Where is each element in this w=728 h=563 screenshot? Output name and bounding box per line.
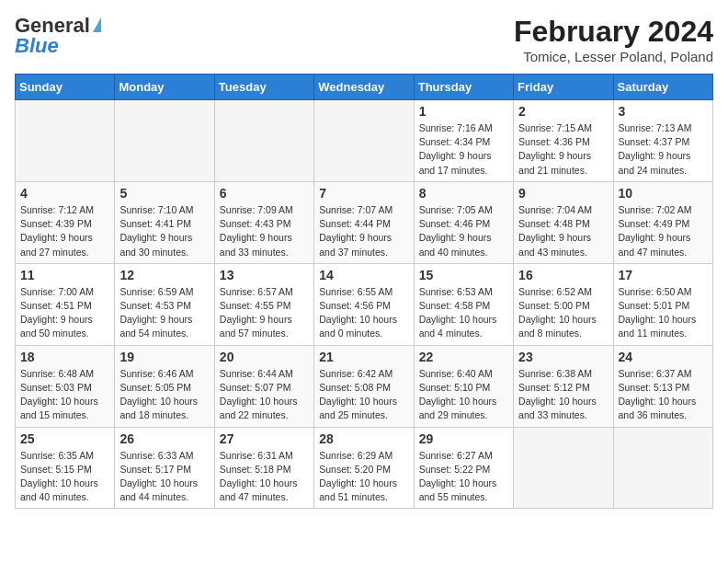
day-info: Sunrise: 6:27 AMSunset: 5:22 PMDaylight:…: [419, 449, 508, 505]
day-info: Sunrise: 6:37 AMSunset: 5:13 PMDaylight:…: [619, 367, 708, 423]
calendar-cell: 14Sunrise: 6:55 AMSunset: 4:56 PMDayligh…: [314, 263, 414, 345]
calendar-cell: [16, 100, 115, 182]
logo-blue-text: Blue: [15, 35, 59, 57]
logo: General Blue: [15, 15, 101, 57]
day-info: Sunrise: 6:31 AMSunset: 5:18 PMDaylight:…: [220, 449, 309, 505]
calendar-cell: 24Sunrise: 6:37 AMSunset: 5:13 PMDayligh…: [613, 345, 712, 427]
day-info: Sunrise: 7:04 AMSunset: 4:48 PMDaylight:…: [518, 203, 608, 259]
calendar-cell: 11Sunrise: 7:00 AMSunset: 4:51 PMDayligh…: [16, 263, 115, 345]
day-info: Sunrise: 6:57 AMSunset: 4:55 PMDaylight:…: [220, 285, 309, 341]
day-info: Sunrise: 6:38 AMSunset: 5:12 PMDaylight:…: [518, 367, 608, 423]
day-number: 10: [619, 186, 708, 201]
day-number: 3: [619, 104, 708, 119]
day-info: Sunrise: 6:59 AMSunset: 4:53 PMDaylight:…: [119, 285, 209, 341]
day-number: 9: [518, 186, 608, 201]
day-number: 21: [319, 350, 408, 364]
calendar-week-row: 18Sunrise: 6:48 AMSunset: 5:03 PMDayligh…: [16, 345, 713, 427]
day-number: 29: [419, 431, 508, 446]
day-number: 7: [319, 186, 408, 201]
day-number: 24: [619, 350, 708, 364]
calendar-table: SundayMondayTuesdayWednesdayThursdayFrid…: [15, 74, 713, 509]
day-number: 5: [119, 186, 209, 201]
day-number: 25: [20, 431, 109, 446]
day-number: 16: [518, 268, 608, 282]
calendar-cell: 21Sunrise: 6:42 AMSunset: 5:08 PMDayligh…: [314, 345, 414, 427]
day-number: 2: [518, 104, 608, 119]
title-area: February 2024 Tomice, Lesser Poland, Pol…: [514, 15, 713, 64]
day-info: Sunrise: 6:29 AMSunset: 5:20 PMDaylight:…: [319, 449, 408, 505]
day-info: Sunrise: 6:42 AMSunset: 5:08 PMDaylight:…: [319, 367, 408, 423]
day-info: Sunrise: 6:48 AMSunset: 5:03 PMDaylight:…: [20, 367, 109, 423]
day-info: Sunrise: 6:35 AMSunset: 5:15 PMDaylight:…: [20, 449, 109, 505]
month-title: February 2024: [514, 15, 713, 49]
calendar-cell: [214, 100, 313, 182]
calendar-cell: 7Sunrise: 7:07 AMSunset: 4:44 PMDaylight…: [314, 181, 414, 263]
calendar-cell: 13Sunrise: 6:57 AMSunset: 4:55 PMDayligh…: [214, 263, 313, 345]
day-info: Sunrise: 7:02 AMSunset: 4:49 PMDaylight:…: [619, 203, 708, 259]
day-number: 17: [619, 268, 708, 282]
day-number: 28: [319, 431, 408, 446]
day-info: Sunrise: 6:46 AMSunset: 5:05 PMDaylight:…: [119, 367, 209, 423]
calendar-cell: [115, 100, 214, 182]
day-number: 11: [20, 268, 109, 282]
day-info: Sunrise: 7:07 AMSunset: 4:44 PMDaylight:…: [319, 203, 408, 259]
day-number: 18: [20, 350, 109, 364]
day-info: Sunrise: 7:16 AMSunset: 4:34 PMDaylight:…: [419, 121, 508, 178]
calendar-cell: 20Sunrise: 6:44 AMSunset: 5:07 PMDayligh…: [214, 345, 313, 427]
calendar-cell: [514, 427, 613, 509]
calendar-cell: 16Sunrise: 6:52 AMSunset: 5:00 PMDayligh…: [514, 263, 613, 345]
calendar-header: SundayMondayTuesdayWednesdayThursdayFrid…: [16, 75, 713, 100]
day-number: 1: [419, 104, 508, 119]
day-info: Sunrise: 6:33 AMSunset: 5:17 PMDaylight:…: [119, 449, 209, 505]
day-number: 20: [220, 350, 309, 364]
page-header: General Blue February 2024 Tomice, Lesse…: [15, 15, 713, 64]
day-info: Sunrise: 6:52 AMSunset: 5:00 PMDaylight:…: [518, 285, 608, 341]
day-info: Sunrise: 7:10 AMSunset: 4:41 PMDaylight:…: [119, 203, 209, 259]
calendar-cell: 12Sunrise: 6:59 AMSunset: 4:53 PMDayligh…: [115, 263, 214, 345]
calendar-cell: 22Sunrise: 6:40 AMSunset: 5:10 PMDayligh…: [414, 345, 513, 427]
calendar-week-row: 11Sunrise: 7:00 AMSunset: 4:51 PMDayligh…: [16, 263, 713, 345]
day-number: 27: [220, 431, 309, 446]
day-number: 23: [518, 350, 608, 364]
calendar-cell: 28Sunrise: 6:29 AMSunset: 5:20 PMDayligh…: [314, 427, 414, 509]
calendar-cell: 19Sunrise: 6:46 AMSunset: 5:05 PMDayligh…: [115, 345, 214, 427]
day-info: Sunrise: 6:40 AMSunset: 5:10 PMDaylight:…: [419, 367, 508, 423]
day-info: Sunrise: 7:09 AMSunset: 4:43 PMDaylight:…: [220, 203, 309, 259]
calendar-cell: 9Sunrise: 7:04 AMSunset: 4:48 PMDaylight…: [514, 181, 613, 263]
calendar-cell: 2Sunrise: 7:15 AMSunset: 4:36 PMDaylight…: [514, 100, 613, 182]
day-number: 4: [20, 186, 109, 201]
calendar-cell: 27Sunrise: 6:31 AMSunset: 5:18 PMDayligh…: [214, 427, 313, 509]
weekday-header: Wednesday: [314, 75, 414, 100]
day-info: Sunrise: 7:00 AMSunset: 4:51 PMDaylight:…: [20, 285, 109, 341]
calendar-cell: 29Sunrise: 6:27 AMSunset: 5:22 PMDayligh…: [414, 427, 513, 509]
day-number: 14: [319, 268, 408, 282]
weekday-header: Thursday: [414, 75, 513, 100]
day-info: Sunrise: 7:15 AMSunset: 4:36 PMDaylight:…: [518, 121, 608, 178]
day-number: 22: [419, 350, 508, 364]
calendar-cell: 18Sunrise: 6:48 AMSunset: 5:03 PMDayligh…: [16, 345, 115, 427]
calendar-cell: 4Sunrise: 7:12 AMSunset: 4:39 PMDaylight…: [16, 181, 115, 263]
weekday-header: Saturday: [613, 75, 712, 100]
day-number: 26: [119, 431, 209, 446]
calendar-cell: 3Sunrise: 7:13 AMSunset: 4:37 PMDaylight…: [613, 100, 712, 182]
logo-triangle-icon: [93, 17, 101, 32]
calendar-cell: 25Sunrise: 6:35 AMSunset: 5:15 PMDayligh…: [16, 427, 115, 509]
day-info: Sunrise: 6:44 AMSunset: 5:07 PMDaylight:…: [220, 367, 309, 423]
calendar-cell: 26Sunrise: 6:33 AMSunset: 5:17 PMDayligh…: [115, 427, 214, 509]
calendar-cell: 5Sunrise: 7:10 AMSunset: 4:41 PMDaylight…: [115, 181, 214, 263]
calendar-week-row: 1Sunrise: 7:16 AMSunset: 4:34 PMDaylight…: [16, 100, 713, 182]
day-info: Sunrise: 7:13 AMSunset: 4:37 PMDaylight:…: [619, 121, 708, 178]
day-info: Sunrise: 7:05 AMSunset: 4:46 PMDaylight:…: [419, 203, 508, 259]
calendar-cell: 1Sunrise: 7:16 AMSunset: 4:34 PMDaylight…: [414, 100, 513, 182]
calendar-cell: [613, 427, 712, 509]
location-title: Tomice, Lesser Poland, Poland: [514, 49, 713, 64]
calendar-week-row: 25Sunrise: 6:35 AMSunset: 5:15 PMDayligh…: [16, 427, 713, 509]
calendar-cell: 15Sunrise: 6:53 AMSunset: 4:58 PMDayligh…: [414, 263, 513, 345]
calendar-cell: 17Sunrise: 6:50 AMSunset: 5:01 PMDayligh…: [613, 263, 712, 345]
weekday-header: Friday: [514, 75, 613, 100]
day-number: 13: [220, 268, 309, 282]
calendar-body: 1Sunrise: 7:16 AMSunset: 4:34 PMDaylight…: [16, 100, 713, 509]
day-info: Sunrise: 6:53 AMSunset: 4:58 PMDaylight:…: [419, 285, 508, 341]
weekday-header: Tuesday: [214, 75, 313, 100]
day-number: 6: [220, 186, 309, 201]
